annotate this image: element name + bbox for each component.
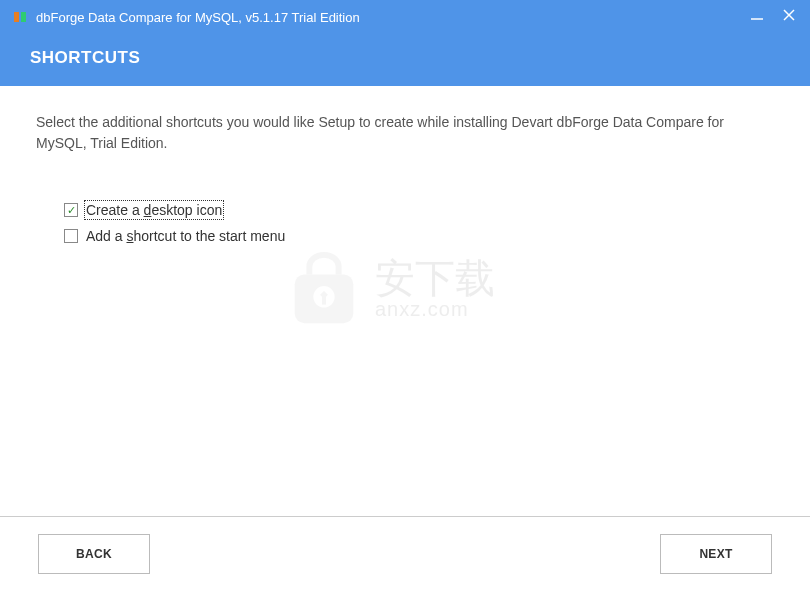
- titlebar: dbForge Data Compare for MySQL, v5.1.17 …: [0, 0, 810, 34]
- svg-rect-0: [14, 12, 19, 22]
- window-controls: [748, 8, 798, 26]
- svg-rect-1: [21, 12, 26, 22]
- next-button[interactable]: NEXT: [660, 534, 772, 574]
- back-button[interactable]: BACK: [38, 534, 150, 574]
- page-heading: SHORTCUTS: [0, 34, 810, 86]
- checkbox-option-1[interactable]: Add a shortcut to the start menu: [64, 228, 774, 244]
- checkbox-label: Create a desktop icon: [86, 202, 222, 218]
- checkbox-label: Add a shortcut to the start menu: [86, 228, 285, 244]
- window-title: dbForge Data Compare for MySQL, v5.1.17 …: [36, 10, 748, 25]
- close-button[interactable]: [780, 8, 798, 26]
- minimize-button[interactable]: [748, 8, 766, 26]
- content-area: Select the additional shortcuts you woul…: [0, 86, 810, 280]
- checkbox-box[interactable]: [64, 229, 78, 243]
- svg-rect-7: [322, 297, 326, 305]
- svg-point-6: [313, 286, 334, 307]
- footer: BACK NEXT: [0, 516, 810, 590]
- watermark-en: anxz.com: [375, 298, 495, 321]
- checkbox-option-0[interactable]: ✓Create a desktop icon: [64, 202, 774, 218]
- description-text: Select the additional shortcuts you woul…: [36, 112, 774, 154]
- checkbox-box[interactable]: ✓: [64, 203, 78, 217]
- app-icon: [12, 9, 28, 25]
- svg-rect-5: [295, 274, 354, 323]
